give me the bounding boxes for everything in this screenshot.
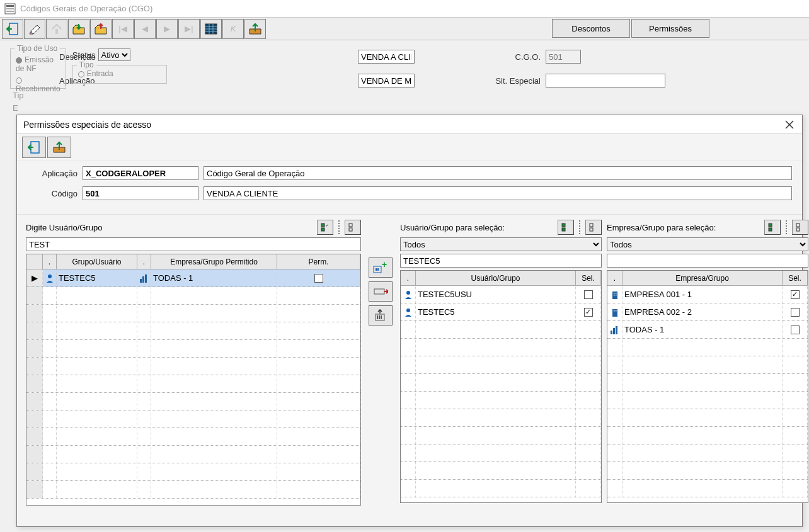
mid-panel: Usuário/Grupo para seleção: Todos . Usuá… xyxy=(400,220,602,506)
left-col-empresa[interactable]: Empresa/Grupo Permitido xyxy=(151,254,277,269)
left-row-0-empresa: TODAS - 1 xyxy=(153,273,193,283)
right-col-name[interactable]: Empresa/Grupo xyxy=(623,271,783,285)
right-row-1[interactable]: EMPRESA 002 - 2 xyxy=(607,303,808,321)
mid-search-input[interactable] xyxy=(400,254,602,268)
sit-especial-label: Sit. Especial xyxy=(417,76,543,86)
right-empty-row xyxy=(607,427,808,444)
right-col-icon[interactable]: . xyxy=(607,271,623,285)
right-empty-row xyxy=(607,462,808,480)
mid-combo[interactable]: Todos xyxy=(400,237,602,251)
mid-check-all-button[interactable] xyxy=(558,220,574,235)
modal-title-text: Permissões especiais de acesso xyxy=(23,120,151,130)
toolbar-save-button[interactable] xyxy=(90,19,112,39)
modal-toolbar xyxy=(17,134,802,161)
modal-exit-button[interactable] xyxy=(22,137,46,158)
mid-empty-row xyxy=(401,462,601,480)
toolbar-btn-3[interactable] xyxy=(46,19,67,39)
mid-row-1[interactable]: TESTEC5 xyxy=(401,303,601,321)
svg-rect-24 xyxy=(377,268,379,271)
radio-entrada[interactable] xyxy=(78,71,84,77)
svg-text:✓: ✓ xyxy=(326,224,329,227)
left-empty-row xyxy=(26,358,360,375)
toolbar-export-button[interactable] xyxy=(244,19,266,39)
modal-save-button[interactable] xyxy=(47,137,71,158)
tipo-de-uso-legend: Tipo de Uso xyxy=(14,44,60,53)
mid-uncheck-all-button[interactable] xyxy=(585,220,602,235)
left-filter-input[interactable] xyxy=(26,237,361,251)
aplicacao-input[interactable] xyxy=(358,74,415,88)
left-empty-row xyxy=(26,463,360,481)
left-row-0[interactable]: ▶ TESTEC5 TODAS - 1 xyxy=(26,269,360,287)
status-select[interactable]: Ativo xyxy=(98,48,130,61)
remove-selection-button[interactable] xyxy=(369,281,393,302)
mid-row-1-checkbox[interactable] xyxy=(584,308,593,317)
toolbar-open-button[interactable] xyxy=(68,19,89,39)
right-col-sel[interactable]: Sel. xyxy=(783,271,808,285)
left-grid[interactable]: . Grupo/Usuário . Empresa/Grupo Permitid… xyxy=(26,254,361,506)
left-col-grupo[interactable]: Grupo/Usuário xyxy=(57,254,137,269)
modal-aplicacao-code[interactable] xyxy=(83,166,198,180)
svg-point-18 xyxy=(48,274,52,278)
svg-point-35 xyxy=(406,291,410,295)
left-col-perm[interactable]: Perm. xyxy=(277,254,360,269)
mid-grid[interactable]: . Usuário/Grupo Sel. TESTEC5USU TESTEC5 xyxy=(400,270,602,503)
add-selection-button[interactable]: + xyxy=(369,258,393,278)
right-combo[interactable]: Todos xyxy=(607,237,808,251)
svg-rect-47 xyxy=(614,310,615,312)
toolbar-clear-button[interactable] xyxy=(24,19,45,39)
radio-recebimento[interactable] xyxy=(16,77,22,84)
right-row-2-checkbox[interactable] xyxy=(791,325,800,334)
left-uncheck-all-button[interactable] xyxy=(345,220,361,235)
person-icon xyxy=(404,290,413,299)
modal-codigo-desc[interactable] xyxy=(204,186,792,200)
right-uncheck-all-button[interactable] xyxy=(792,220,808,235)
left-empty-row xyxy=(26,428,360,446)
right-row-0[interactable]: EMPRESA 001 - 1 xyxy=(607,286,808,303)
radio-emissao[interactable] xyxy=(16,57,22,64)
toolbar-btn-11[interactable]: K xyxy=(222,19,244,39)
right-row-1-checkbox[interactable] xyxy=(791,308,800,317)
toolbar-first-button[interactable]: |◀ xyxy=(112,19,134,39)
right-search-input[interactable] xyxy=(607,254,808,268)
modal-codigo-value[interactable] xyxy=(83,186,198,200)
right-row-0-checkbox[interactable] xyxy=(791,290,800,299)
toolbar-grid-button[interactable] xyxy=(200,19,222,39)
descricao-input[interactable] xyxy=(358,50,415,64)
svg-rect-5 xyxy=(55,29,58,34)
mid-row-0-checkbox[interactable] xyxy=(584,290,593,299)
mid-col-name[interactable]: Usuário/Grupo xyxy=(416,271,576,285)
permissoes-button[interactable]: Permissões xyxy=(631,19,709,38)
svg-rect-28 xyxy=(377,315,378,319)
mid-col-sel[interactable]: Sel. xyxy=(576,271,601,285)
left-col-icon1[interactable]: . xyxy=(43,254,57,269)
right-empty-row xyxy=(607,339,808,356)
tipo-uso-opt2: Recebimento xyxy=(16,84,60,93)
left-row-0-perm-checkbox[interactable] xyxy=(314,274,323,283)
mid-col-icon[interactable]: . xyxy=(401,271,416,285)
left-check-all-button[interactable]: ✓ xyxy=(317,220,333,235)
mid-row-0[interactable]: TESTEC5USU xyxy=(401,286,601,303)
svg-rect-43 xyxy=(616,293,617,294)
descontos-button[interactable]: Descontos xyxy=(552,19,630,38)
sit-especial-input[interactable] xyxy=(546,74,665,88)
right-row-2[interactable]: TODAS - 1 xyxy=(607,321,808,339)
right-section-label: Empresa/Grupo para seleção: xyxy=(607,223,760,232)
right-grid[interactable]: . Empresa/Grupo Sel. EMPRESA 001 - 1 EMP… xyxy=(607,270,808,503)
svg-rect-13 xyxy=(321,224,324,227)
right-row-1-name: EMPRESA 002 - 2 xyxy=(624,307,692,317)
left-empty-row xyxy=(26,393,360,410)
left-col-icon2[interactable]: . xyxy=(137,254,151,269)
modal-aplicacao-desc[interactable] xyxy=(204,166,792,180)
toolbar-last-button[interactable]: ▶| xyxy=(178,19,200,39)
permissoes-label: Permissões xyxy=(649,24,692,33)
toolbar-prev-button[interactable]: ◀ xyxy=(134,19,156,39)
toolbar-next-button[interactable]: ▶ xyxy=(156,19,178,39)
toolbar-exit-button[interactable] xyxy=(2,19,23,39)
right-check-all-button[interactable] xyxy=(764,220,781,235)
left-empty-row xyxy=(26,446,360,463)
svg-rect-49 xyxy=(611,331,612,334)
mid-empty-row xyxy=(401,409,601,427)
close-icon[interactable] xyxy=(783,118,796,131)
apply-all-button[interactable] xyxy=(369,305,393,325)
left-empty-row xyxy=(26,481,360,499)
